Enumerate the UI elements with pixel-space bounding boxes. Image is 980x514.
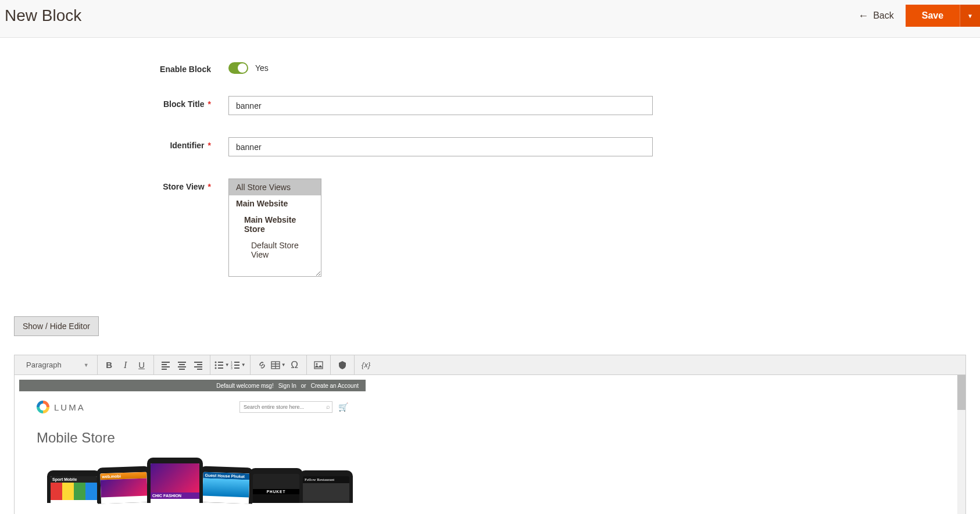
field-identifier	[228, 137, 653, 156]
back-arrow-icon: ←	[858, 10, 868, 22]
preview-search-wrap: ⌕	[239, 401, 332, 413]
caret-down-icon: ▼	[281, 362, 286, 367]
editor-scrollbar[interactable]	[957, 375, 965, 514]
toolbar-group-format: Paragraph ▼	[18, 355, 98, 374]
field-enable-block: Yes	[228, 61, 269, 74]
enable-block-value: Yes	[255, 63, 269, 73]
toggle-knob	[238, 63, 247, 73]
label-block-title: Block Title*	[0, 96, 228, 109]
show-hide-editor-button[interactable]: Show / Hide Editor	[14, 316, 99, 336]
preview-phone: web.mobi	[96, 466, 151, 504]
luma-logo-text: LUMA	[54, 402, 85, 412]
preview-topbar: Default welcome msg! Sign In or Create a…	[19, 380, 366, 391]
bold-button[interactable]: B	[101, 357, 117, 373]
page-header: New Block ← Back Save	[0, 0, 980, 38]
preview-header-tools: ⌕ 🛒	[239, 401, 348, 413]
bullet-list-button[interactable]: ▼	[214, 357, 230, 373]
save-button[interactable]: Save	[906, 5, 960, 27]
svg-text:3: 3	[231, 366, 233, 370]
format-dropdown[interactable]: Paragraph ▼	[22, 358, 94, 372]
toolbar-group-media	[307, 355, 331, 374]
label-store-view: Store View*	[0, 179, 228, 191]
required-icon: *	[208, 182, 211, 191]
preview-welcome: Default welcome msg!	[216, 383, 273, 389]
row-store-view: Store View* All Store Views Main Website…	[0, 179, 980, 277]
preview-or: or	[301, 383, 306, 389]
preview-phone: PHUKET	[249, 468, 303, 503]
luma-logo-icon	[37, 401, 49, 413]
store-view-option[interactable]: Main Website	[229, 195, 321, 212]
preview-search-input	[239, 401, 332, 413]
row-enable-block: Enable Block Yes	[0, 61, 980, 74]
link-button[interactable]	[254, 357, 270, 373]
save-split-button: Save	[906, 5, 980, 27]
store-view-option[interactable]: Main Website Store	[229, 212, 321, 237]
underline-button[interactable]: U	[134, 357, 150, 373]
svg-point-1	[214, 364, 216, 366]
label-identifier: Identifier*	[0, 137, 228, 150]
align-right-button[interactable]	[190, 357, 206, 373]
preview-signin-link: Sign In	[278, 383, 296, 389]
search-icon: ⌕	[326, 403, 330, 410]
align-center-button[interactable]	[174, 357, 190, 373]
preview-phone: Fellow Restaurant	[299, 470, 353, 503]
align-left-button[interactable]	[158, 357, 174, 373]
enable-block-toggle[interactable]	[228, 62, 248, 74]
svg-point-2	[214, 367, 216, 369]
image-button[interactable]	[310, 357, 327, 373]
italic-button[interactable]: I	[117, 357, 134, 373]
block-title-input[interactable]	[228, 96, 653, 115]
number-list-button[interactable]: 123▼	[230, 357, 246, 373]
widget-button[interactable]	[334, 357, 350, 373]
back-button[interactable]: ← Back	[858, 10, 894, 22]
identifier-input[interactable]	[228, 137, 653, 156]
header-actions: ← Back Save	[858, 5, 980, 27]
format-label: Paragraph	[26, 360, 62, 369]
field-store-view: All Store Views Main Website Main Websit…	[228, 179, 321, 277]
editor-toolbar: Paragraph ▼ B I U ▼ 123▼ ▼ Ω	[15, 355, 965, 375]
caret-down-icon: ▼	[241, 362, 246, 367]
caret-down-icon: ▼	[225, 362, 230, 367]
row-identifier: Identifier*	[0, 137, 980, 156]
field-block-title	[228, 96, 653, 115]
editor-section: Show / Hide Editor Paragraph ▼ B I U ▼	[0, 316, 980, 514]
preview-header: LUMA ⌕ 🛒	[19, 391, 366, 419]
label-enable-block: Enable Block	[0, 61, 228, 74]
caret-down-icon: ▼	[84, 362, 89, 368]
preview-page-title: Mobile Store	[19, 419, 366, 463]
toolbar-group-insert: ▼ Ω	[251, 355, 307, 374]
editor-content-area[interactable]: Default welcome msg! Sign In or Create a…	[15, 375, 965, 514]
store-view-option[interactable]: All Store Views	[229, 179, 321, 195]
toolbar-group-lists: ▼ 123▼	[210, 355, 251, 374]
special-char-button[interactable]: Ω	[287, 357, 303, 373]
preview-logo: LUMA	[37, 401, 85, 413]
toolbar-group-align	[154, 355, 210, 374]
store-view-option[interactable]: Default Store View	[229, 237, 321, 263]
page-title: New Block	[5, 6, 81, 25]
row-block-title: Block Title*	[0, 96, 980, 115]
scrollbar-thumb[interactable]	[957, 375, 965, 410]
wysiwyg-editor: Paragraph ▼ B I U ▼ 123▼ ▼ Ω	[14, 355, 966, 514]
required-icon: *	[208, 99, 211, 109]
variable-button[interactable]: {x}	[358, 357, 374, 373]
preview-phone: Sport Mobile	[47, 470, 101, 503]
preview-phone: Guest House Phuket	[199, 466, 253, 504]
toolbar-group-text: B I U	[98, 355, 154, 374]
svg-point-0	[214, 361, 216, 363]
preview-phones-row: Sport Mobile web.mobi CHIC FASHION Guest…	[19, 463, 961, 503]
back-label: Back	[873, 10, 894, 21]
cart-icon: 🛒	[338, 402, 348, 412]
table-button[interactable]: ▼	[270, 357, 287, 373]
svg-rect-7	[314, 362, 323, 369]
toolbar-group-variable: {x}	[355, 355, 378, 374]
save-dropdown-toggle[interactable]	[960, 5, 980, 27]
form-area: Enable Block Yes Block Title* Identifier…	[0, 38, 980, 316]
toolbar-group-widget	[331, 355, 355, 374]
preview-phone: CHIC FASHION	[147, 458, 203, 503]
preview-create-link: Create an Account	[311, 383, 359, 389]
store-view-select[interactable]: All Store Views Main Website Main Websit…	[228, 179, 321, 277]
required-icon: *	[208, 141, 211, 150]
svg-point-8	[316, 363, 317, 365]
